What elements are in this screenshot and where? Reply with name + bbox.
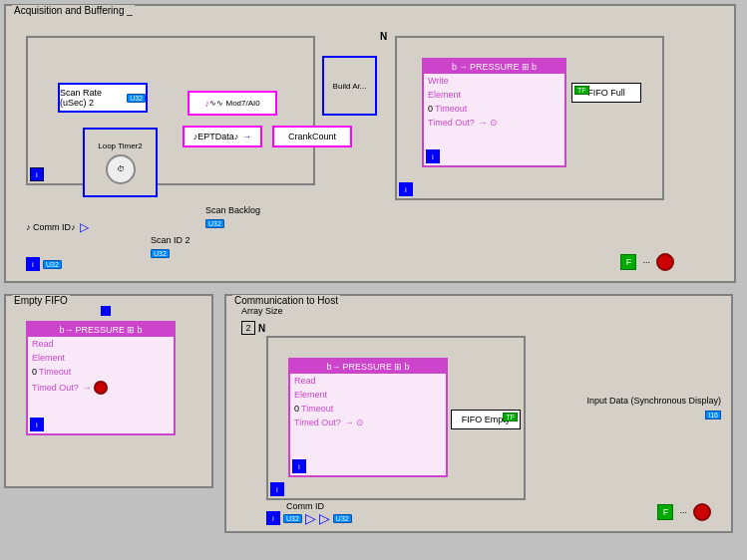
main-bottom-left: i U32: [26, 257, 62, 271]
comm-inner-loop: b → PRESSURE ⊞ b Read Element 0 Timeout …: [266, 336, 526, 500]
ef-element: Element: [28, 351, 174, 365]
fifo-empty-tf: TF: [503, 413, 518, 421]
loop-timer-icon: ⏱: [106, 154, 136, 184]
i-label: i: [36, 170, 38, 179]
loop-timer-label: Loop Timer2: [98, 141, 142, 150]
ef-timed-out-arrow: →: [83, 383, 92, 393]
fifo-write-outer-i: i: [399, 182, 413, 196]
scan-rate-u32-badge: U32: [127, 94, 146, 103]
stop-button-ef[interactable]: [94, 381, 108, 395]
comm-timeout-row: 0 Timeout: [290, 402, 446, 416]
pressure-read-comm-header: b → PRESSURE ⊞ b: [290, 360, 446, 374]
main-i-badge: i: [26, 257, 40, 271]
main-bottom-right: F ···: [620, 253, 674, 271]
loop-timer-box: Loop Timer2 ⏱: [83, 128, 158, 197]
comm-timed-out-row: Timed Out? → ⊙: [290, 416, 446, 429]
input-data-label: Input Data (Synchronous Display): [586, 396, 721, 406]
main-title: Acquisition and Buffering _: [12, 5, 135, 16]
f-badge-main: F: [620, 254, 636, 270]
ef-timeout-row: 0 Timeout: [28, 365, 174, 379]
comm-id-bottom-row: i U32 ▷ ▷ U32: [266, 510, 352, 526]
ef-timeout-0: 0: [32, 367, 37, 377]
build-array-label: Build Ar...: [333, 82, 367, 91]
scan-backlog-label: Scan Backlog: [205, 205, 260, 215]
scan-rate-box: Scan Rate (uSec) 2 U32: [58, 83, 148, 113]
comm-read: Read: [290, 374, 446, 388]
timed-out-clock-write: ⊙: [490, 118, 498, 128]
scan-backlog-u32: U32: [205, 217, 224, 228]
ef-top-connector: [101, 306, 111, 316]
comm-id-arrow: ▷: [80, 220, 89, 234]
pressure-write-timeout: Timeout: [435, 104, 467, 114]
two-const: 2: [241, 321, 255, 335]
pressure-write-label-write: Write: [424, 74, 564, 88]
array-size-row: 2 N: [241, 321, 265, 335]
build-array-box: Build Ar...: [322, 56, 377, 116]
b-right-1: b: [532, 62, 537, 72]
ef-timed-out-row: Timed Out? →: [28, 379, 174, 397]
comm-host-container: Communication to Host Array Size 2 N b →…: [224, 294, 733, 533]
pressure-read-comm: b → PRESSURE ⊞ b Read Element 0 Timeout …: [288, 358, 448, 477]
pressure-write-i: i: [426, 149, 440, 163]
b-right-ef: b: [138, 325, 143, 335]
timeout-const-0: 0: [428, 104, 433, 114]
comm-arrow-1: ▷: [305, 510, 316, 526]
main-acquisition-container: Acquisition and Buffering _ Scan Rate (u…: [4, 4, 736, 283]
n-label-comm: N: [258, 323, 265, 334]
dotted-wire-comm: ···: [677, 507, 689, 517]
pressure-read-empty-fifo: b → PRESSURE ⊞ b Read Element 0 Timeout …: [26, 321, 176, 435]
pressure-write-header: b → PRESSURE ⊞ b: [424, 60, 564, 74]
array-size-label: Array Size: [241, 306, 283, 316]
comm-timeout-0: 0: [294, 404, 299, 414]
comm-element: Element: [290, 388, 446, 402]
comm-timed-out-clock: ⊙: [356, 418, 364, 427]
comm-inner-i: i: [270, 482, 284, 496]
pressure-read-ef-header: b → PRESSURE ⊞ b: [28, 323, 174, 337]
dotted-wire-main: ···: [640, 257, 652, 267]
f-badge-comm: F: [657, 504, 673, 520]
input-data-i16: I16: [705, 409, 721, 420]
ef-timeout: Timeout: [39, 367, 71, 377]
b-right-comm: b: [405, 362, 410, 372]
pressure-write-timeout-row: 0 Timeout: [424, 102, 564, 116]
loop-iterator-i: i: [30, 167, 44, 181]
b-left-1: b: [452, 62, 457, 72]
comm-timeout: Timeout: [301, 404, 333, 414]
fifo-full-tf: TF: [574, 86, 589, 95]
timed-out-arrow-write: →: [479, 118, 488, 128]
ept-label: ♪EPTData♪: [193, 132, 239, 141]
stop-button-comm[interactable]: [693, 503, 711, 521]
comm-id-main: ♪ Comm ID♪ ▷: [26, 220, 89, 234]
comm-i: i: [292, 459, 306, 473]
crank-box: CrankCount: [272, 126, 352, 147]
comm-bottom-right: F ···: [657, 503, 711, 521]
scan-id-label: Scan ID 2: [151, 235, 190, 245]
crank-label: CrankCount: [288, 132, 336, 141]
fifo-full-label: FIFO Full: [587, 88, 625, 98]
empty-fifo-container: Empty FIFO b → PRESSURE ⊞ b Read Element…: [4, 294, 213, 488]
ept-arrow: →: [242, 132, 251, 141]
pressure-write-element: Element: [424, 88, 564, 102]
pressure-write-label: PRESSURE ⊞: [470, 62, 530, 72]
empty-fifo-label: Empty FIFO: [12, 295, 70, 306]
stop-button-main[interactable]: [656, 253, 674, 271]
scan-rate-label: Scan Rate (uSec) 2: [60, 88, 124, 108]
inner-loop-box: Scan Rate (uSec) 2 U32 Loop Timer2 ⏱ ♪ ∿…: [26, 36, 315, 185]
comm-host-label: Communication to Host: [232, 295, 340, 306]
ept-box: ♪EPTData♪ →: [183, 126, 262, 147]
ef-read: Read: [28, 337, 174, 351]
comm-arrow-2: ▷: [319, 510, 330, 526]
ef-i: i: [30, 418, 44, 431]
comm-i-badge: i: [266, 511, 280, 525]
n-label-main: N: [380, 31, 387, 42]
mod-label: ∿∿ Mod7/AI0: [209, 99, 259, 108]
mod-box: ♪ ∿∿ Mod7/AI0: [187, 91, 277, 116]
scan-id-u32: U32: [151, 247, 170, 258]
fifo-write-outer-box: Build Ar... b → PRESSURE ⊞ b Write Eleme…: [395, 36, 664, 200]
pressure-write-timed-out-row: Timed Out? → ⊙: [424, 116, 564, 130]
comm-timed-out-arrow: →: [345, 418, 354, 427]
pressure-write-box: b → PRESSURE ⊞ b Write Element 0 Timeout…: [422, 58, 566, 167]
